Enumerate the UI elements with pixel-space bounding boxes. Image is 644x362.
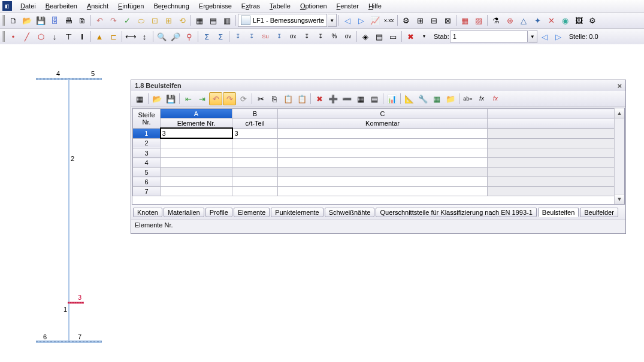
- section-t-icon[interactable]: ⊤: [62, 30, 75, 43]
- cell-d6[interactable]: [488, 177, 615, 187]
- cell-a3[interactable]: [161, 148, 232, 158]
- cell-d7[interactable]: [488, 187, 615, 196]
- row-6-header[interactable]: 6: [133, 177, 161, 187]
- col-letter-b[interactable]: B: [232, 109, 278, 118]
- poly-icon[interactable]: ⬡: [34, 30, 47, 43]
- menu-berechnung[interactable]: Berechnung: [149, 1, 193, 11]
- tool-a-icon[interactable]: ⚙: [400, 14, 413, 27]
- cell-d4[interactable]: [488, 158, 615, 168]
- tool-b-icon[interactable]: ⊞: [413, 14, 427, 27]
- row-5-header[interactable]: 5: [133, 168, 161, 177]
- sigma-y-icon[interactable]: ↧: [300, 30, 313, 43]
- panel-delcell-icon[interactable]: ➖: [340, 92, 353, 105]
- grid-scrollbar[interactable]: ▲ ▼: [614, 108, 624, 204]
- dim1-icon[interactable]: ⟷: [124, 30, 137, 43]
- row-1-header[interactable]: 1: [133, 128, 161, 138]
- panel-export-icon[interactable]: ⇥: [195, 92, 208, 105]
- open-icon[interactable]: 📂: [20, 14, 34, 27]
- sigma-percent-icon[interactable]: %: [328, 30, 341, 43]
- menu-einfuegen[interactable]: Einfügen: [113, 1, 149, 11]
- menu-fenster[interactable]: Fenster: [332, 1, 364, 11]
- print-preview-icon[interactable]: 🗎: [75, 14, 89, 27]
- grid1-icon[interactable]: ▦: [458, 14, 471, 27]
- check-icon[interactable]: ✓: [120, 14, 134, 27]
- panel-cut-icon[interactable]: ✂: [254, 92, 267, 105]
- xxx-icon[interactable]: x.xx: [382, 14, 395, 27]
- close-icon[interactable]: ×: [617, 81, 622, 90]
- tab-querschnittsteile[interactable]: Querschnittsteile für Klassifizierung na…: [376, 208, 536, 217]
- dd-small-icon[interactable]: ▾: [418, 30, 431, 43]
- cell-b7[interactable]: [232, 187, 278, 196]
- search2-icon[interactable]: 🔎: [169, 30, 182, 43]
- col-letter-c[interactable]: C: [278, 109, 488, 118]
- view2-icon[interactable]: ▤: [207, 14, 220, 27]
- panel-paste2-icon[interactable]: 📋: [295, 92, 309, 105]
- col-letter-a[interactable]: A: [161, 109, 232, 118]
- sigma2-icon[interactable]: Ʃ: [214, 30, 227, 43]
- toolbar-grip[interactable]: [2, 31, 5, 42]
- col-header-b[interactable]: c/t-Teil: [232, 118, 278, 129]
- filter-icon[interactable]: ⚲: [183, 30, 196, 43]
- section-i-icon[interactable]: I: [75, 30, 89, 43]
- panel-delrow-icon[interactable]: ✖: [313, 92, 326, 105]
- stab-input[interactable]: [450, 31, 528, 42]
- panel-addrow-icon[interactable]: ➕: [326, 92, 340, 105]
- new-icon[interactable]: 🗋: [7, 14, 20, 27]
- cell-d3[interactable]: [488, 148, 615, 158]
- print-icon[interactable]: 🖶: [62, 14, 75, 27]
- tab-beulfelder[interactable]: Beulfelder: [580, 208, 618, 217]
- stab-prev-icon[interactable]: ◁: [538, 30, 551, 43]
- redo-icon[interactable]: ↷: [107, 14, 120, 27]
- tab-elemente[interactable]: Elemente: [234, 208, 270, 217]
- scroll-up-icon[interactable]: ▲: [615, 108, 624, 118]
- panel-undo-icon[interactable]: ↶: [209, 92, 222, 105]
- sigma-x-icon[interactable]: σx: [286, 30, 300, 43]
- panel-chart-icon[interactable]: 📊: [385, 92, 398, 105]
- search1-icon[interactable]: 🔍: [155, 30, 168, 43]
- picture-icon[interactable]: 🖼: [572, 14, 585, 27]
- cell-c4[interactable]: [278, 158, 488, 168]
- cell-a7[interactable]: [161, 187, 232, 196]
- cell-a6[interactable]: [161, 177, 232, 187]
- zoom-window-icon[interactable]: ⊡: [148, 14, 161, 27]
- tab-schweissnaehte[interactable]: Schweißnähte: [325, 208, 375, 217]
- cell-b3[interactable]: [232, 148, 278, 158]
- dim2-icon[interactable]: ↕: [138, 30, 151, 43]
- cell-a2[interactable]: [161, 138, 232, 148]
- panel-folder-icon[interactable]: 📁: [444, 92, 457, 105]
- panel-fx-icon[interactable]: fx: [475, 92, 488, 105]
- grid-corner[interactable]: Steife Nr.: [133, 109, 161, 129]
- support-icon[interactable]: ▲: [93, 30, 106, 43]
- star-icon[interactable]: ✦: [531, 14, 544, 27]
- menu-extras[interactable]: Extras: [237, 1, 265, 11]
- x-icon[interactable]: ✕: [545, 14, 558, 27]
- panel-tool-icon[interactable]: 🔧: [416, 92, 430, 105]
- nav-first-icon[interactable]: ◁: [341, 14, 354, 27]
- circle-icon[interactable]: ◉: [558, 14, 572, 27]
- cell-b5[interactable]: [232, 168, 278, 177]
- view3-icon[interactable]: ▥: [220, 14, 234, 27]
- tab-beulsteifen[interactable]: Beulsteifen: [538, 208, 579, 217]
- panel-paste-icon[interactable]: 📋: [282, 92, 295, 105]
- cell-c7[interactable]: [278, 187, 488, 196]
- scroll-down-icon[interactable]: ▼: [615, 194, 624, 204]
- row-3-header[interactable]: 3: [133, 148, 161, 158]
- cell-b1[interactable]: 3: [232, 128, 278, 138]
- cell-c6[interactable]: [278, 177, 488, 187]
- loadcase-dropdown-icon[interactable]: ▼: [328, 14, 337, 27]
- row-7-header[interactable]: 7: [133, 187, 161, 196]
- col-header-blank[interactable]: [488, 118, 615, 129]
- toolbar-grip[interactable]: [2, 15, 5, 26]
- panel-redo-icon[interactable]: ↷: [223, 92, 236, 105]
- cell-c5[interactable]: [278, 168, 488, 177]
- panel-open-icon[interactable]: 📂: [150, 92, 164, 105]
- panel-refresh-icon[interactable]: ⟳: [237, 92, 250, 105]
- cell-a1[interactable]: [161, 128, 232, 138]
- zoom-all-icon[interactable]: ⊞: [162, 14, 175, 27]
- menu-hilfe[interactable]: Hilfe: [364, 1, 386, 11]
- panel-excel-icon[interactable]: ▦: [430, 92, 443, 105]
- sigma-v-icon[interactable]: σv: [341, 30, 355, 43]
- gear2-icon[interactable]: ⚙: [586, 14, 599, 27]
- arrow-down-icon[interactable]: ↓: [48, 30, 61, 43]
- beam-icon[interactable]: ⊏: [107, 30, 120, 43]
